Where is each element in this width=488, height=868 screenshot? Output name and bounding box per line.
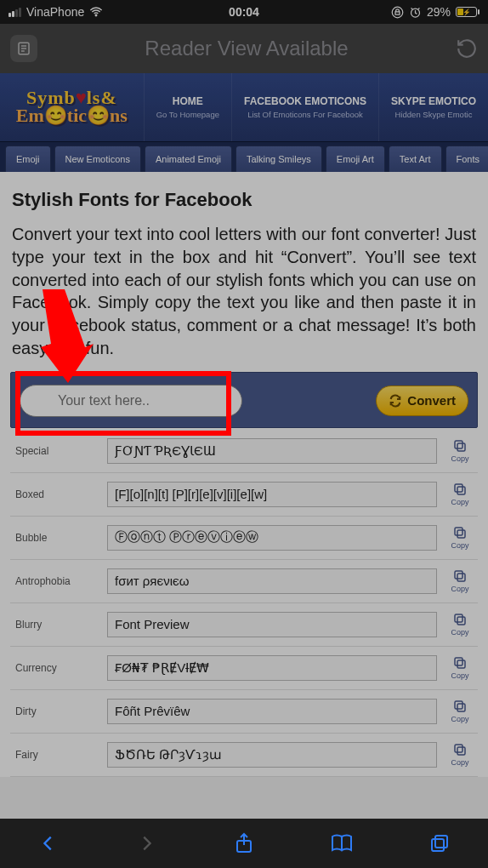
copy-label: Copy	[451, 671, 468, 680]
logo-line2: Em😊tic😊ns	[16, 105, 128, 126]
table-row: DirtyCopy	[10, 689, 478, 733]
svg-rect-7	[457, 443, 465, 451]
svg-rect-11	[457, 530, 465, 538]
copy-icon	[452, 525, 468, 540]
copy-label: Copy	[451, 541, 468, 550]
font-preview-cell	[102, 733, 442, 776]
copy-button[interactable]: Copy	[442, 689, 478, 733]
copy-button[interactable]: Copy	[442, 733, 478, 776]
font-name-cell: Dirty	[10, 689, 102, 733]
refresh-icon	[389, 394, 402, 408]
web-page: Symb♥ls& Em😊tic😊ns HOME Go To Homepage F…	[0, 73, 488, 777]
font-preview-input[interactable]	[107, 525, 437, 551]
tab-art-label: Emoji Art	[337, 154, 374, 164]
battery-percent: 29%	[427, 5, 451, 19]
safari-address-bar[interactable]: Reader View Available	[0, 24, 488, 73]
tab-emoji-art[interactable]: Emoji Art	[326, 146, 385, 172]
font-preview-cell	[102, 472, 442, 516]
share-button[interactable]	[231, 831, 257, 856]
font-preview-input[interactable]	[107, 568, 437, 594]
copy-label: Copy	[451, 454, 468, 463]
table-row: CurrencyCopy	[10, 646, 478, 689]
font-preview-cell	[102, 559, 442, 602]
font-name-cell: Antrophobia	[10, 559, 102, 602]
forward-button[interactable]	[133, 831, 159, 856]
alarm-icon	[409, 6, 422, 19]
svg-rect-19	[457, 704, 465, 711]
tab-talking-smileys[interactable]: Talking Smileys	[235, 146, 322, 172]
tab-emoji-label: Emoji	[16, 154, 40, 164]
font-preview-input[interactable]	[107, 655, 437, 681]
status-right: 29% ⚡	[391, 5, 479, 19]
svg-rect-15	[457, 617, 465, 625]
clock: 00:04	[229, 5, 259, 19]
svg-rect-25	[432, 839, 444, 851]
copy-button[interactable]: Copy	[442, 516, 478, 559]
copy-button[interactable]: Copy	[442, 430, 478, 473]
tab-text-art[interactable]: Text Art	[389, 146, 442, 172]
svg-rect-16	[455, 614, 462, 622]
font-preview-table: SpecialCopyBoxedCopyBubbleCopyAntrophobi…	[10, 430, 478, 777]
tabs-button[interactable]	[427, 831, 452, 856]
tab-emoji[interactable]: Emoji	[5, 146, 51, 172]
svg-rect-8	[455, 441, 462, 448]
bookmarks-button[interactable]	[329, 831, 355, 856]
nav-home[interactable]: HOME Go To Homepage	[144, 73, 231, 141]
table-row: BubbleCopy	[10, 516, 478, 559]
category-tab-bar: Emoji New Emoticons Animated Emoji Talki…	[0, 141, 488, 172]
text-input-wrap	[20, 385, 367, 417]
share-icon	[234, 832, 254, 854]
convert-button[interactable]: Convert	[376, 385, 468, 416]
chevron-left-icon	[39, 834, 58, 853]
tab-fonts[interactable]: Fonts	[445, 146, 489, 172]
table-row: BlurryCopy	[10, 602, 478, 646]
reader-mode-button[interactable]	[10, 35, 37, 62]
reload-icon[interactable]	[456, 37, 478, 60]
copy-button[interactable]: Copy	[442, 472, 478, 516]
font-preview-input[interactable]	[107, 482, 437, 507]
svg-rect-14	[455, 571, 462, 579]
svg-point-0	[95, 14, 97, 16]
svg-rect-26	[435, 836, 447, 848]
font-name-cell: Blurry	[10, 602, 102, 646]
font-preview-cell	[102, 602, 442, 646]
battery-icon: ⚡	[456, 7, 479, 17]
nav-home-title: HOME	[156, 95, 219, 107]
font-preview-cell	[102, 516, 442, 559]
svg-rect-13	[457, 574, 465, 581]
table-row: FairyCopy	[10, 733, 478, 776]
text-input[interactable]	[20, 385, 242, 417]
copy-label: Copy	[451, 758, 468, 767]
copy-label: Copy	[451, 498, 468, 506]
copy-icon	[452, 612, 468, 627]
tab-new-emoticons[interactable]: New Emoticons	[54, 146, 141, 172]
tab-talk-label: Talking Smileys	[247, 154, 311, 164]
ios-status-bar: VinaPhone 00:04 29% ⚡	[0, 0, 488, 24]
orientation-lock-icon	[391, 6, 404, 19]
copy-button[interactable]: Copy	[442, 602, 478, 646]
top-nav: HOME Go To Homepage FACEBOOK EMOTICONS L…	[144, 73, 488, 141]
back-button[interactable]	[36, 831, 61, 856]
svg-rect-21	[457, 747, 465, 755]
wifi-icon	[89, 7, 103, 17]
copy-icon	[452, 482, 468, 497]
nav-skype-emoticons[interactable]: SKYPE EMOTICO Hidden Skype Emotic	[378, 73, 488, 141]
svg-rect-9	[457, 487, 465, 494]
convert-label: Convert	[407, 393, 456, 408]
font-preview-input[interactable]	[107, 699, 437, 724]
nav-facebook-emoticons[interactable]: FACEBOOK EMOTICONS List Of Emoticons For…	[231, 73, 378, 141]
font-preview-input[interactable]	[107, 612, 437, 637]
safari-bottom-toolbar	[0, 819, 488, 868]
font-preview-input[interactable]	[107, 742, 437, 768]
copy-button[interactable]: Copy	[442, 559, 478, 602]
font-preview-input[interactable]	[107, 438, 437, 464]
site-logo[interactable]: Symb♥ls& Em😊tic😊ns	[0, 80, 144, 135]
copy-button[interactable]: Copy	[442, 646, 478, 689]
font-name-cell: Bubble	[10, 516, 102, 559]
tab-animated-emoji[interactable]: Animated Emoji	[145, 146, 232, 172]
table-row: AntrophobiaCopy	[10, 559, 478, 602]
nav-skype-title: SKYPE EMOTICO	[391, 95, 476, 107]
book-icon	[331, 834, 353, 853]
page-description: Convert your text into cool letters with…	[10, 220, 478, 368]
nav-home-sub: Go To Homepage	[156, 110, 219, 119]
